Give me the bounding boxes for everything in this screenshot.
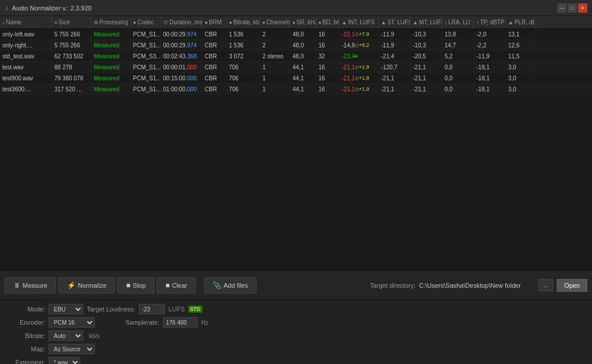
col-tp[interactable]: ↕ TP, dBTP (474, 16, 506, 28)
stop-button[interactable]: ■ Stop (117, 277, 154, 294)
encoder-label: Encoder: (5, 319, 45, 326)
settings-panel: Mode: EBU ITU ATSC Target Loudness: LUFS… (0, 299, 592, 364)
cell-lra: 13,8 (442, 29, 474, 39)
cell-st: -120,7 (379, 62, 410, 72)
cell-sr: 44,1 (290, 62, 316, 72)
open-button[interactable]: Open (557, 279, 587, 292)
col-codec[interactable]: ● Codec (131, 16, 161, 28)
bitrate-label: Bitrate: (5, 332, 45, 339)
cell-int: -14,8 ◇+8,2 (339, 40, 379, 50)
file-table: only-left.wav 5 755 266 Measured PCM_S1.… (0, 29, 592, 113)
col-st[interactable]: ▲ ST, LUFS (379, 16, 410, 28)
table-row[interactable]: test900.wav 79 380 078 Measured PCM_S1..… (0, 73, 592, 84)
close-button[interactable]: ✕ (578, 3, 587, 13)
table-row[interactable]: std_test.wav 62 733 502 Measured PCM_S3.… (0, 51, 592, 62)
empty-area (0, 113, 592, 270)
table-row[interactable]: only-left.wav 5 755 266 Measured PCM_S1.… (0, 29, 592, 40)
table-row[interactable]: only-right.... 5 755 266 Measured PCM_S1… (0, 40, 592, 51)
cell-bitrate: 1 536 (227, 29, 260, 39)
col-mt[interactable]: ▲ MT, LUFS (410, 16, 442, 28)
cell-name: test.wav (0, 62, 52, 72)
cell-int: -21,1 ◇+1,9 (339, 73, 379, 83)
col-ch-icon: ♦ (262, 20, 265, 25)
col-sr[interactable]: ♦ SR, kHz (290, 16, 316, 28)
cell-sr: 48,0 (290, 29, 316, 39)
cell-mt: -10,3 (410, 29, 442, 39)
dots-button[interactable]: ... (538, 279, 553, 291)
col-name[interactable]: ♪ Name (0, 16, 52, 28)
cell-sr: 48,0 (290, 51, 316, 61)
col-codec-icon: ● (133, 20, 136, 25)
col-brm[interactable]: ● BRM (202, 16, 227, 28)
cell-ch: 2 (260, 40, 290, 50)
col-bitrate[interactable]: ● Bitrate, kbps (227, 16, 260, 28)
cell-sr: 48,0 (290, 40, 316, 50)
col-duration[interactable]: ⏱ Duration, ms (161, 16, 202, 28)
map-select[interactable]: As Source (49, 344, 95, 354)
cell-brm: CBR (202, 73, 227, 83)
cell-dur: 00:02:43.368 (161, 51, 202, 61)
cell-st: -21,4 (379, 51, 410, 61)
target-area: Target directory: C:\Users\Sasha\Desktop… (370, 279, 587, 292)
col-bd-icon: ♦ (319, 20, 321, 25)
add-files-icon: 📎 (213, 281, 221, 289)
bitrate-select[interactable]: Auto 128 320 (49, 330, 83, 341)
measure-button[interactable]: ⏸ Measure (5, 277, 56, 294)
col-plr[interactable]: ▲ PLR, dB (506, 16, 535, 28)
cell-ch: 1 (260, 62, 290, 72)
col-name-icon: ♪ (2, 20, 5, 25)
map-label: Map: (5, 346, 45, 352)
kbps-label: kb/s (89, 333, 99, 339)
cell-int: -21,1 ◇+1,9 (339, 84, 379, 94)
table-row[interactable]: test.wav 88 278 Measured PCM_S1... 00:00… (0, 62, 592, 73)
cell-sr: 44,1 (290, 84, 316, 94)
add-files-button[interactable]: 📎 Add files (204, 277, 257, 294)
cell-codec: PCM_S1... (131, 29, 161, 39)
encoder-select[interactable]: PCM 16 PCM 24 PCM 32 (49, 317, 95, 328)
extension-select[interactable]: *.wav *.mp3 *.flac (49, 357, 80, 364)
cell-dur: 00:00:29.974 (161, 40, 202, 50)
cell-tp: -18,1 (474, 73, 506, 83)
cell-name: test3600.... (0, 84, 52, 94)
cell-tp: -2,0 (474, 29, 506, 39)
col-size[interactable]: ≡ Size (52, 16, 91, 28)
cell-ch: 1 (260, 73, 290, 83)
cell-codec: PCM_S1... (131, 73, 161, 83)
maximize-button[interactable]: □ (568, 3, 577, 13)
table-row[interactable]: test3600.... 317 520 ... Measured PCM_S1… (0, 84, 592, 95)
cell-proc: Measured (91, 73, 131, 83)
mode-select[interactable]: EBU ITU ATSC (49, 304, 83, 314)
col-lra[interactable]: ↕ LRA, LU (442, 16, 474, 28)
cell-proc: Measured (91, 62, 131, 72)
col-channels[interactable]: ♦ Channels (260, 16, 290, 28)
col-mt-icon: ▲ (413, 20, 418, 25)
target-lufs-input[interactable] (139, 304, 165, 314)
cell-name: only-left.wav (0, 29, 52, 39)
cell-size: 5 755 266 (52, 29, 91, 39)
cell-size: 5 755 266 (52, 40, 91, 50)
cell-proc: Measured (91, 51, 131, 61)
normalize-icon: ⚡ (67, 281, 76, 289)
samplerate-input[interactable] (163, 317, 198, 328)
cell-sr: 44,1 (290, 73, 316, 83)
col-bd[interactable]: ♦ BD, bits (316, 16, 339, 28)
cell-plr: 3,0 (506, 73, 535, 83)
cell-int: -15,1 ◇+7,9 (339, 29, 379, 39)
minimize-button[interactable]: ─ (557, 3, 567, 13)
lufs-label: LUFS (168, 306, 184, 313)
samplerate-label: Samplerate: (119, 319, 160, 326)
normalize-button[interactable]: ⚡ Normalize (58, 277, 116, 294)
settings-row-encoder: Encoder: PCM 16 PCM 24 PCM 32 Samplerate… (5, 317, 587, 328)
col-dur-icon: ⏱ (163, 20, 168, 25)
target-loudness-label: Target Loudness: (87, 306, 135, 313)
col-int[interactable]: ▲ INT, LUFS (339, 16, 379, 28)
clear-button[interactable]: ■ Clear (157, 277, 196, 294)
cell-lra: 0,0 (442, 84, 474, 94)
cell-lra: 0,0 (442, 73, 474, 83)
toolbar: ⏸ Measure ⚡ Normalize ■ Stop ■ Clear 📎 A… (0, 270, 592, 299)
cell-st: -21,1 (379, 84, 410, 94)
col-processing[interactable]: ⚙ Processing (91, 16, 131, 28)
cell-tp: -18,1 (474, 84, 506, 94)
cell-codec: PCM_S1... (131, 40, 161, 50)
cell-bd: 32 (316, 51, 339, 61)
